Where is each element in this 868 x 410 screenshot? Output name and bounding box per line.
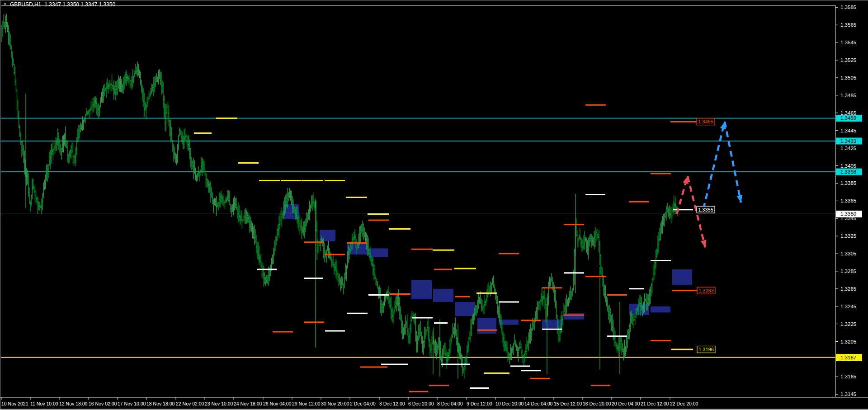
chart-background [0, 0, 868, 410]
symbol-dropdown-icon[interactable]: ▼ [3, 2, 7, 7]
y-axis-tick-label: 1.3305 [840, 251, 856, 256]
price-tag-1.3355: 1.3355 [698, 207, 713, 212]
y-axis-tick-label: 1.3265 [840, 286, 856, 292]
x-axis-label: 3 Dec 12:00 [379, 401, 405, 406]
x-axis-label: 24 Nov 18:00 [234, 401, 262, 406]
x-axis-label: 9 Dec 12:00 [467, 401, 492, 406]
y-axis-tick-label: 1.3325 [840, 233, 856, 239]
supply-demand-box[interactable] [651, 306, 670, 313]
x-axis-label: 22 Nov 02:00 [176, 401, 204, 406]
x-axis-label: 6 Dec 20:00 [408, 401, 434, 406]
supply-demand-box[interactable] [672, 269, 692, 285]
supply-demand-box[interactable] [284, 204, 299, 219]
price-chart-canvas[interactable]: 1.34551.33551.32631.31961.35851.35651.35… [0, 0, 868, 410]
price-tag-1.3263: 1.3263 [698, 288, 714, 293]
supply-demand-box[interactable] [411, 280, 432, 299]
y-axis-tick-label: 1.3565 [840, 22, 856, 28]
y-axis-tick-label: 1.3145 [840, 391, 856, 397]
y-axis-price-box-label: 1.3459 [840, 115, 856, 121]
y-axis-tick-label: 1.3505 [840, 75, 856, 80]
symbol-ohlc-label: ▼ GBPUSD,H1 1.3347 1.3350 1.3347 1.3350 [3, 1, 115, 8]
y-axis-tick-label: 1.3205 [840, 339, 856, 344]
y-axis-price-box-label: 1.3187 [840, 355, 856, 360]
x-axis-label: 2 Dec 04:00 [350, 401, 376, 406]
supply-demand-box[interactable] [477, 318, 496, 334]
y-axis-tick-label: 1.3385 [840, 180, 856, 186]
ohlc-values: 1.3347 1.3350 1.3347 1.3350 [44, 1, 115, 8]
y-axis-price-box-label: 1.3398 [840, 169, 856, 174]
x-axis-label: 20 Dec 04:00 [612, 401, 640, 406]
x-axis-label: 10 Nov 2021 [1, 401, 28, 406]
y-axis-tick-label: 1.3525 [840, 57, 856, 63]
x-axis-label: 15 Dec 12:00 [554, 401, 582, 406]
price-tag-1.3196: 1.3196 [698, 347, 714, 352]
x-axis-label: 23 Nov 10:00 [205, 401, 233, 406]
supply-demand-box[interactable] [542, 320, 562, 329]
y-axis-tick-label: 1.3225 [840, 321, 856, 327]
y-axis-tick-label: 1.3425 [840, 146, 856, 151]
chart-window: ▼ GBPUSD,H1 1.3347 1.3350 1.3347 1.3350 … [0, 0, 868, 410]
y-axis-tick-label: 1.3585 [840, 5, 856, 10]
x-axis-label: 21 Dec 12:00 [641, 401, 669, 406]
symbol-name: GBPUSD,H1 [10, 1, 41, 8]
price-tag-1.3455: 1.3455 [698, 119, 713, 124]
x-axis-label: 16 Nov 02:00 [89, 401, 117, 406]
x-axis-label: 26 Nov 04:00 [263, 401, 292, 406]
y-axis-tick-label: 1.3365 [840, 198, 856, 203]
x-axis-label: 18 Nov 18:00 [146, 401, 175, 406]
x-axis-label: 29 Nov 12:00 [292, 401, 321, 406]
x-axis-label: 30 Nov 20:00 [321, 401, 349, 406]
y-axis-tick-label: 1.3445 [840, 128, 856, 133]
y-axis-tick-label: 1.3165 [840, 374, 856, 379]
x-axis-label: 17 Nov 10:00 [118, 401, 146, 406]
y-axis-tick-label: 1.3405 [840, 163, 856, 169]
supply-demand-box[interactable] [455, 302, 475, 316]
x-axis-label: 10 Dec 20:00 [495, 401, 524, 406]
x-axis-label: 22 Dec 20:00 [670, 401, 698, 406]
supply-demand-box[interactable] [564, 313, 584, 320]
y-axis-price-box-label: 1.3350 [840, 211, 856, 217]
x-axis-label: 11 Nov 10:00 [30, 401, 58, 406]
supply-demand-box[interactable] [499, 320, 519, 325]
supply-demand-box[interactable] [433, 289, 453, 302]
y-axis-tick-label: 1.3245 [840, 304, 856, 309]
y-axis-tick-label: 1.3285 [840, 269, 856, 274]
y-axis-price-box-label: 1.3433 [840, 138, 856, 144]
y-axis-tick-label: 1.3545 [840, 40, 856, 45]
y-axis-tick-label: 1.3485 [840, 93, 856, 98]
x-axis-label: 12 Nov 18:00 [59, 401, 88, 406]
x-axis-label: 16 Dec 20:00 [583, 401, 611, 406]
x-axis-label: 14 Dec 04:00 [524, 401, 553, 406]
x-axis-label: 8 Dec 04:00 [437, 401, 463, 406]
